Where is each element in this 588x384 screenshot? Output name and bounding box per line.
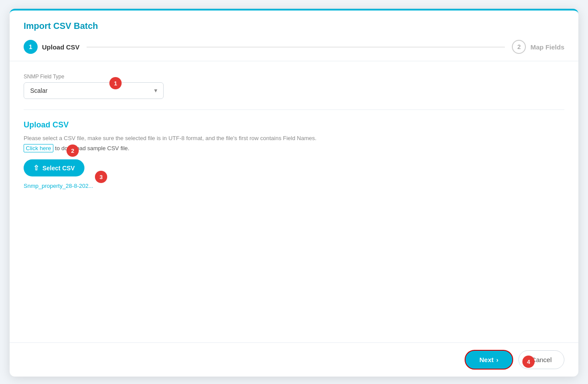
modal-title: Import CSV Batch — [24, 21, 564, 31]
import-csv-modal: Import CSV Batch 1 Upload CSV 2 Map Fiel… — [10, 9, 578, 377]
step-1-label: Upload CSV — [42, 43, 80, 51]
upload-icon: ⇧ — [33, 164, 39, 172]
modal-body: SNMP Field Type Scalar Tabular ▼ Upload … — [10, 61, 578, 342]
snmp-field-select[interactable]: Scalar Tabular — [24, 82, 164, 99]
uploaded-file-name[interactable]: Snmp_property_28-8-202... — [24, 183, 93, 189]
select-csv-button[interactable]: ⇧ Select CSV — [24, 159, 84, 176]
snmp-field-select-wrapper: Scalar Tabular ▼ — [24, 82, 164, 99]
next-arrow-icon: › — [496, 356, 498, 363]
step-2-circle: 2 — [512, 40, 526, 54]
step-1-circle: 1 — [24, 40, 38, 54]
select-csv-label: Select CSV — [42, 165, 75, 172]
snmp-field-label: SNMP Field Type — [24, 74, 164, 80]
modal-header: Import CSV Batch 1 Upload CSV 2 Map Fiel… — [10, 11, 578, 61]
click-here-line: Click here to download sample CSV file. — [24, 144, 564, 152]
step-1: 1 Upload CSV — [24, 40, 80, 54]
step-2-label: Map Fields — [530, 43, 564, 51]
section-divider — [24, 109, 564, 110]
modal-footer: Next › Cancel — [10, 342, 578, 377]
click-here-link[interactable]: Click here — [24, 144, 53, 152]
step-2: 2 Map Fields — [512, 40, 564, 54]
step-line — [87, 47, 505, 47]
next-label: Next — [480, 356, 494, 363]
annotation-badge-1: 1 — [109, 77, 122, 89]
annotation-badge-2: 2 — [66, 144, 79, 157]
upload-section-title: Upload CSV — [24, 120, 564, 130]
upload-description: Please select a CSV file, make sure the … — [24, 135, 564, 141]
next-button[interactable]: Next › — [465, 350, 514, 370]
annotation-badge-4: 4 — [522, 356, 535, 368]
stepper: 1 Upload CSV 2 Map Fields — [24, 40, 564, 54]
annotation-badge-3: 3 — [95, 171, 107, 183]
snmp-field-group: SNMP Field Type Scalar Tabular ▼ — [24, 74, 164, 99]
